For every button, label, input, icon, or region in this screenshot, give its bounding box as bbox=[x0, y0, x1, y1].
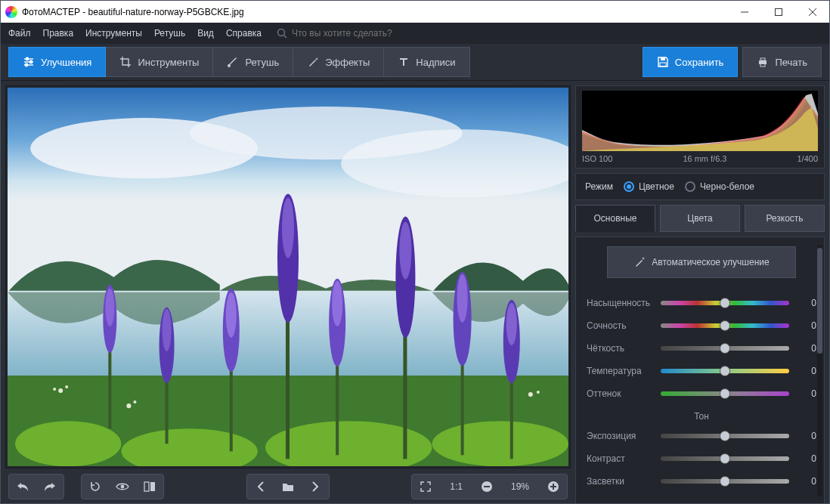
menu-retouch[interactable]: Ретушь bbox=[154, 28, 185, 39]
slider-temperature-label: Температура bbox=[587, 366, 655, 376]
redo-button[interactable] bbox=[36, 474, 63, 499]
slider-saturation[interactable]: Насыщенность 0 bbox=[587, 292, 816, 314]
tab-retouch-label: Ретушь bbox=[245, 57, 279, 68]
slider-thumb[interactable] bbox=[720, 476, 730, 487]
slider-temperature-value: 0 bbox=[795, 366, 816, 376]
slider-contrast-label: Контраст bbox=[587, 453, 655, 464]
close-button[interactable] bbox=[795, 1, 829, 23]
slider-highlights-track[interactable] bbox=[661, 479, 789, 484]
histogram-panel: ISO 100 16 mm f/6.3 1/400 bbox=[575, 85, 825, 169]
maximize-button[interactable] bbox=[761, 1, 795, 23]
prev-image-button[interactable] bbox=[247, 474, 274, 499]
slider-vibrance-track[interactable] bbox=[661, 323, 789, 328]
compare-button[interactable] bbox=[136, 474, 163, 499]
preview-toggle-button[interactable] bbox=[109, 474, 136, 499]
meta-lens: 16 mm f/6.3 bbox=[683, 154, 726, 163]
menu-edit[interactable]: Правка bbox=[43, 28, 74, 39]
print-button[interactable]: Печать bbox=[742, 47, 822, 77]
subtab-basic[interactable]: Основные bbox=[575, 205, 655, 232]
slider-temperature[interactable]: Температура 0 bbox=[587, 360, 816, 382]
tab-enhance[interactable]: Улучшения bbox=[8, 47, 106, 77]
magic-wand-icon bbox=[633, 256, 646, 268]
slider-thumb[interactable] bbox=[720, 366, 730, 376]
slider-temperature-track[interactable] bbox=[661, 369, 789, 373]
slider-exposure[interactable]: Экспозиция 0 bbox=[587, 425, 816, 447]
slider-thumb[interactable] bbox=[720, 298, 730, 308]
tab-text-label: Надписи bbox=[416, 57, 455, 68]
svg-point-59 bbox=[121, 485, 125, 489]
subtab-sharpen[interactable]: Резкость bbox=[745, 205, 825, 232]
histogram[interactable] bbox=[582, 91, 818, 151]
open-folder-button[interactable] bbox=[274, 474, 302, 499]
tab-tools[interactable]: Инструменты bbox=[106, 47, 213, 77]
zoom-out-button[interactable] bbox=[473, 474, 500, 499]
slider-thumb[interactable] bbox=[720, 388, 730, 399]
meta-shutter: 1/400 bbox=[797, 154, 818, 163]
mode-bw-label: Черно-белое bbox=[700, 181, 754, 192]
svg-rect-60 bbox=[144, 482, 149, 491]
slider-vibrance[interactable]: Сочность 0 bbox=[587, 314, 816, 337]
mode-radio-bw[interactable]: Черно-белое bbox=[685, 181, 754, 192]
search-box[interactable] bbox=[277, 28, 443, 39]
slider-clarity[interactable]: Чёткость 0 bbox=[587, 337, 816, 360]
save-icon bbox=[657, 56, 669, 68]
tab-effects[interactable]: Эффекты bbox=[293, 47, 384, 77]
svg-rect-16 bbox=[760, 58, 765, 60]
slider-thumb[interactable] bbox=[720, 320, 730, 331]
print-label: Печать bbox=[775, 57, 807, 68]
menu-file[interactable]: Файл bbox=[8, 28, 31, 39]
search-input[interactable] bbox=[292, 28, 443, 39]
slider-exposure-track[interactable] bbox=[661, 434, 789, 438]
svg-point-54 bbox=[53, 388, 56, 391]
svg-point-51 bbox=[506, 303, 517, 345]
zoom-percent-label[interactable]: 19% bbox=[500, 474, 540, 499]
save-button[interactable]: Сохранить bbox=[643, 47, 739, 77]
slider-saturation-track[interactable] bbox=[661, 301, 789, 305]
minimize-button[interactable] bbox=[727, 1, 761, 23]
brush-icon bbox=[227, 56, 239, 68]
menu-tools[interactable]: Инструменты bbox=[85, 28, 142, 39]
reset-button[interactable] bbox=[82, 474, 109, 499]
tab-retouch[interactable]: Ретушь bbox=[213, 47, 293, 77]
slider-vibrance-value: 0 bbox=[795, 320, 816, 331]
slider-thumb[interactable] bbox=[720, 431, 730, 441]
mode-color-label: Цветное bbox=[639, 181, 674, 192]
main-toolbar: Улучшения Инструменты Ретушь Эффекты Над… bbox=[1, 44, 829, 81]
slider-thumb[interactable] bbox=[720, 343, 730, 354]
scrollbar[interactable] bbox=[817, 245, 822, 496]
menu-bar: Файл Правка Инструменты Ретушь Вид Справ… bbox=[1, 23, 829, 44]
zoom-in-button[interactable] bbox=[540, 474, 567, 499]
slider-tint[interactable]: Оттенок 0 bbox=[587, 382, 816, 405]
slider-exposure-label: Экспозиция bbox=[587, 431, 655, 441]
subtab-colors[interactable]: Цвета bbox=[660, 205, 740, 232]
slider-saturation-value: 0 bbox=[795, 298, 816, 308]
svg-rect-14 bbox=[660, 63, 666, 66]
svg-point-9 bbox=[26, 57, 28, 60]
auto-enhance-label: Автоматическое улучшение bbox=[652, 257, 769, 267]
tab-text[interactable]: Надписи bbox=[384, 47, 469, 77]
wand-icon bbox=[307, 56, 319, 68]
fit-screen-button[interactable] bbox=[412, 474, 439, 499]
svg-point-48 bbox=[457, 274, 468, 323]
svg-point-33 bbox=[163, 309, 172, 351]
svg-line-5 bbox=[283, 36, 286, 39]
slider-clarity-track[interactable] bbox=[661, 346, 789, 351]
slider-tint-track[interactable] bbox=[661, 391, 789, 396]
slider-highlights[interactable]: Засветки 0 bbox=[587, 470, 816, 493]
tab-effects-label: Эффекты bbox=[325, 57, 370, 68]
slider-thumb[interactable] bbox=[720, 453, 730, 464]
scrollbar-thumb[interactable] bbox=[817, 248, 822, 354]
menu-help[interactable]: Справка bbox=[226, 28, 262, 39]
slider-contrast-track[interactable] bbox=[661, 456, 789, 461]
zoom-ratio-label[interactable]: 1:1 bbox=[439, 474, 473, 499]
undo-button[interactable] bbox=[9, 474, 36, 499]
menu-view[interactable]: Вид bbox=[197, 28, 214, 39]
mode-label: Режим bbox=[585, 181, 613, 192]
svg-point-10 bbox=[29, 60, 32, 63]
svg-point-11 bbox=[25, 63, 27, 66]
mode-radio-color[interactable]: Цветное bbox=[624, 181, 674, 192]
canvas-viewport[interactable] bbox=[5, 85, 571, 468]
auto-enhance-button[interactable]: Автоматическое улучшение bbox=[607, 246, 796, 278]
next-image-button[interactable] bbox=[302, 474, 329, 499]
slider-contrast[interactable]: Контраст 0 bbox=[587, 447, 816, 470]
